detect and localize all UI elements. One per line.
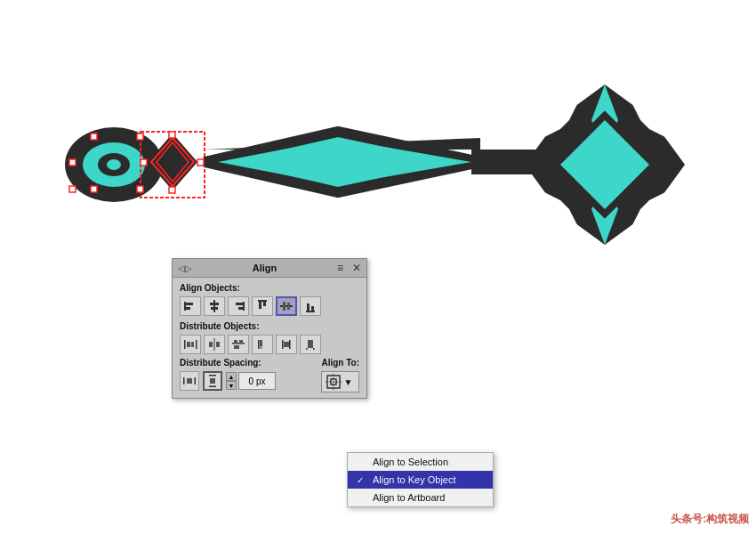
- spinner-up-button[interactable]: ▲: [226, 372, 237, 381]
- svg-rect-46: [258, 300, 267, 302]
- align-to-dropdown[interactable]: ▼: [321, 371, 359, 392]
- key-illustration: [53, 53, 720, 285]
- svg-rect-45: [238, 307, 243, 310]
- panel-title: Align: [253, 263, 277, 273]
- svg-rect-70: [289, 340, 291, 349]
- svg-rect-78: [209, 375, 216, 376]
- svg-rect-58: [191, 342, 194, 347]
- svg-rect-71: [284, 342, 289, 347]
- svg-rect-48: [263, 302, 266, 306]
- dist-center-h-button[interactable]: [204, 335, 225, 354]
- align-top-button[interactable]: [252, 296, 273, 316]
- svg-rect-65: [234, 345, 239, 349]
- svg-rect-50: [283, 302, 286, 311]
- dropdown-item-key-object[interactable]: ✓ Align to Key Object: [348, 471, 493, 489]
- svg-rect-53: [307, 303, 310, 311]
- align-to-label: Align To:: [321, 358, 359, 368]
- collapse-arrows-icon: ◁▷: [178, 263, 192, 273]
- svg-rect-52: [306, 311, 315, 312]
- dist-left-button[interactable]: [180, 335, 201, 354]
- svg-rect-61: [216, 342, 220, 347]
- svg-rect-41: [210, 303, 219, 305]
- svg-rect-56: [196, 340, 197, 349]
- panel-menu-icon[interactable]: ≡: [337, 262, 343, 274]
- align-to-dropdown-menu: Align to Selection ✓ Align to Key Object…: [347, 452, 494, 507]
- svg-rect-42: [211, 307, 218, 310]
- align-panel: ◁▷ Align ≡ ✕ Align Objects:: [172, 258, 367, 399]
- distribute-objects-buttons: [180, 335, 359, 354]
- svg-rect-64: [239, 340, 243, 344]
- svg-rect-32: [91, 134, 97, 140]
- svg-point-3: [107, 159, 121, 170]
- watermark: 头条号:构筑视频: [671, 512, 749, 527]
- svg-rect-59: [214, 338, 215, 351]
- svg-rect-39: [186, 307, 190, 310]
- distribute-spacing-label: Distribute Spacing:: [180, 358, 276, 368]
- svg-rect-33: [137, 134, 143, 140]
- panel-header[interactable]: ◁▷ Align ≡ ✕: [173, 259, 366, 278]
- dist-spacing-h-button[interactable]: [180, 371, 199, 391]
- svg-rect-51: [287, 303, 290, 310]
- svg-rect-43: [243, 302, 245, 311]
- check-artboard: [357, 493, 367, 503]
- svg-rect-34: [91, 186, 97, 192]
- dist-top-button[interactable]: [252, 335, 273, 354]
- dist-bottom-button[interactable]: [300, 335, 321, 354]
- svg-rect-68: [260, 344, 262, 349]
- svg-rect-40: [213, 300, 215, 312]
- svg-rect-54: [311, 306, 314, 311]
- align-left-button[interactable]: [180, 296, 201, 316]
- svg-rect-29: [197, 159, 204, 166]
- dropdown-item-artboard[interactable]: Align to Artboard: [348, 489, 493, 506]
- svg-rect-60: [209, 342, 213, 347]
- spinner-down-button[interactable]: ▼: [226, 381, 237, 390]
- canvas-area: ◁▷ Align ≡ ✕ Align Objects:: [0, 0, 756, 534]
- align-bottom-button[interactable]: [300, 296, 321, 316]
- dist-center-v-button[interactable]: [276, 335, 297, 354]
- svg-rect-38: [186, 303, 193, 305]
- svg-rect-74: [308, 340, 313, 348]
- svg-rect-66: [258, 340, 260, 349]
- svg-rect-77: [187, 378, 192, 384]
- svg-rect-47: [259, 302, 261, 309]
- check-key-object: ✓: [357, 475, 367, 485]
- svg-rect-49: [280, 305, 293, 307]
- spinner-buttons: ▲ ▼: [226, 372, 237, 390]
- align-to-icon: [326, 374, 342, 390]
- spacing-input[interactable]: [238, 372, 276, 390]
- dist-spacing-v-button[interactable]: [203, 371, 222, 391]
- svg-rect-75: [183, 377, 185, 384]
- svg-rect-63: [234, 340, 237, 344]
- dropdown-item-selection-label: Align to Selection: [373, 457, 448, 467]
- svg-rect-69: [282, 340, 284, 349]
- svg-rect-57: [187, 342, 190, 347]
- check-selection: [357, 457, 367, 467]
- svg-rect-28: [169, 132, 175, 138]
- svg-rect-79: [209, 386, 216, 388]
- distribute-spacing-row: ▲ ▼: [180, 371, 276, 391]
- dropdown-item-selection[interactable]: Align to Selection: [348, 453, 493, 471]
- align-objects-label: Align Objects:: [180, 283, 359, 293]
- panel-controls: ≡ ✕: [337, 262, 361, 274]
- svg-rect-73: [313, 348, 315, 350]
- dropdown-arrow-icon: ▼: [343, 377, 352, 387]
- svg-rect-55: [184, 340, 186, 349]
- dropdown-item-key-object-label: Align to Key Object: [373, 474, 456, 485]
- align-right-button[interactable]: [228, 296, 249, 316]
- svg-rect-80: [210, 378, 215, 384]
- distribute-objects-label: Distribute Objects:: [180, 321, 359, 331]
- svg-rect-30: [169, 187, 175, 193]
- svg-rect-36: [69, 186, 76, 192]
- panel-close-icon[interactable]: ✕: [352, 262, 361, 274]
- panel-body: Align Objects:: [173, 278, 366, 398]
- svg-rect-44: [236, 303, 243, 305]
- svg-rect-31: [69, 159, 76, 166]
- spacing-input-group: ▲ ▼: [226, 372, 276, 390]
- align-center-h-button[interactable]: [204, 296, 225, 316]
- dist-right-button[interactable]: [228, 335, 249, 354]
- align-objects-buttons: [180, 296, 359, 316]
- align-center-v-button[interactable]: [276, 296, 297, 316]
- svg-rect-37: [184, 302, 186, 311]
- dropdown-item-artboard-label: Align to Artboard: [373, 492, 445, 503]
- svg-rect-72: [306, 348, 308, 350]
